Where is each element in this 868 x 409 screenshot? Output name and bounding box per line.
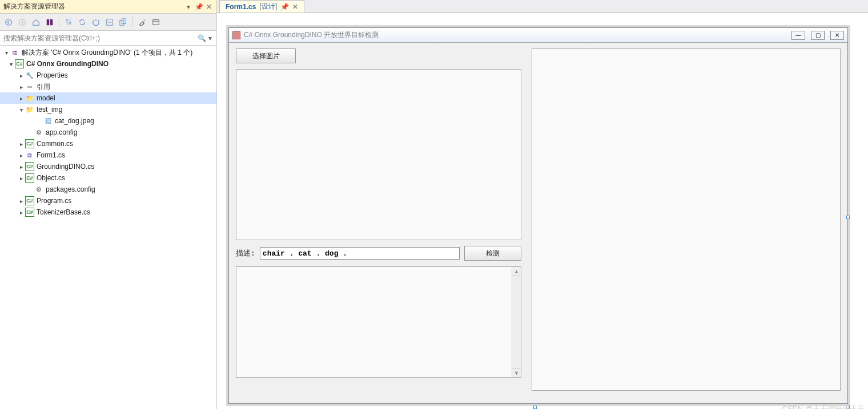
refresh-icon[interactable] xyxy=(90,16,102,29)
tree-project[interactable]: C# C# Onnx GroundingDINO xyxy=(0,58,216,70)
tree-references[interactable]: ▫▫ 引用 xyxy=(0,81,216,92)
select-image-label: 选择图片 xyxy=(252,51,280,61)
tree-file-packages[interactable]: ⚙ packages.config xyxy=(0,184,216,195)
solution-tree: ⧉ 解决方案 'C# Onnx GroundingDINO' (1 个项目，共 … xyxy=(0,46,216,409)
search-icon[interactable]: 🔍 xyxy=(196,34,207,42)
forward-icon[interactable] xyxy=(16,16,29,29)
back-icon[interactable] xyxy=(2,16,15,29)
switch-view-icon[interactable] xyxy=(43,16,56,29)
tree-file-grounding-label: GroundingDINO.cs xyxy=(37,163,94,171)
watermark-text: CSDN @天天代码码天天 xyxy=(782,404,865,409)
svg-point-4 xyxy=(66,19,69,21)
tree-file-form1[interactable]: ⧉ Form1.cs xyxy=(0,149,216,161)
tree-file-packages-label: packages.config xyxy=(46,185,95,193)
showall-icon[interactable] xyxy=(117,16,130,29)
tree-folder-testimg-label: test_img xyxy=(37,106,62,114)
tree-solution-label: 解决方案 'C# Onnx GroundingDINO' (1 个项目，共 1 … xyxy=(22,48,192,58)
tree-properties-label: Properties xyxy=(37,71,68,79)
tree-folder-model-label: model xyxy=(37,94,55,102)
filter-icon[interactable] xyxy=(62,16,75,29)
tab-label: Form1.cs xyxy=(226,3,256,11)
maximize-icon[interactable]: ▢ xyxy=(811,31,825,40)
properties-icon[interactable] xyxy=(136,16,148,29)
resize-handle-corner[interactable] xyxy=(846,406,850,409)
panel-dropdown-icon[interactable]: ▾ xyxy=(184,3,192,11)
tree-project-label: C# Onnx GroundingDINO xyxy=(26,60,108,68)
select-image-button[interactable]: 选择图片 xyxy=(236,48,296,63)
tree-file-program[interactable]: C# Program.cs xyxy=(0,195,216,206)
description-label: 描述: xyxy=(236,248,255,258)
svg-point-0 xyxy=(6,19,12,25)
svg-rect-3 xyxy=(50,19,53,25)
description-row: 描述: 检测 xyxy=(236,246,521,261)
tab-pin-icon[interactable]: 📌 xyxy=(280,3,289,11)
tab-suffix: [设计] xyxy=(259,2,277,11)
panel-titlebar: 解决方案资源管理器 ▾ 📌 ✕ xyxy=(0,0,216,14)
form-title-text: C# Onnx GroundingDINO 开放世界目标检测 xyxy=(244,30,786,40)
tree-file-form1-label: Form1.cs xyxy=(37,151,65,159)
tree-file-appconfig[interactable]: ⚙ app.config xyxy=(0,127,216,138)
tree-folder-testimg[interactable]: 📁 test_img xyxy=(0,104,216,115)
tree-file-appconfig-label: app.config xyxy=(46,128,77,136)
tree-file-tokenizer[interactable]: C# TokenizerBase.cs xyxy=(0,206,216,218)
main-area: Form1.cs [设计] 📌 ✕ C# Onnx GroundingDINO … xyxy=(217,0,868,409)
resize-handle-bottom[interactable] xyxy=(533,406,537,409)
tree-properties[interactable]: 🔧 Properties xyxy=(0,70,216,81)
scrollbar[interactable]: ▲ ▼ xyxy=(512,267,521,377)
form-window[interactable]: C# Onnx GroundingDINO 开放世界目标检测 — ▢ ✕ 选择图… xyxy=(228,27,848,404)
home-icon[interactable] xyxy=(30,16,42,29)
tree-file-program-label: Program.cs xyxy=(37,197,71,205)
tree-file-catdog-label: cat_dog.jpeg xyxy=(55,117,94,125)
picturebox-input[interactable] xyxy=(236,69,521,240)
search-bar: 🔍 ▾ xyxy=(0,31,216,46)
form-titlebar: C# Onnx GroundingDINO 开放世界目标检测 — ▢ ✕ xyxy=(229,28,847,43)
tree-file-common-label: Common.cs xyxy=(37,140,73,148)
solution-explorer-panel: 解决方案资源管理器 ▾ 📌 ✕ 🔍 ▾ ⧉ 解决方案 'C# Onnx Grou… xyxy=(0,0,217,409)
picturebox-output[interactable] xyxy=(532,48,841,391)
preview-icon[interactable] xyxy=(150,16,162,29)
log-textbox[interactable]: ▲ ▼ xyxy=(236,266,521,378)
detect-label: 检测 xyxy=(486,249,500,258)
form-app-icon xyxy=(232,31,240,39)
document-tabs: Form1.cs [设计] 📌 ✕ xyxy=(217,0,868,13)
tree-file-grounding[interactable]: C# GroundingDINO.cs xyxy=(0,161,216,172)
detect-button[interactable]: 检测 xyxy=(464,246,521,261)
tab-form1[interactable]: Form1.cs [设计] 📌 ✕ xyxy=(219,0,304,13)
scroll-up-icon[interactable]: ▲ xyxy=(512,267,521,276)
resize-handle-right[interactable] xyxy=(846,216,850,219)
svg-point-1 xyxy=(19,19,26,25)
minimize-icon[interactable]: — xyxy=(791,31,805,40)
solution-toolbar xyxy=(0,14,216,31)
panel-title-text: 解决方案资源管理器 xyxy=(3,2,65,11)
tab-close-icon[interactable]: ✕ xyxy=(292,3,298,11)
tree-file-common[interactable]: C# Common.cs xyxy=(0,138,216,149)
scroll-down-icon[interactable]: ▼ xyxy=(512,368,521,377)
tree-file-tokenizer-label: TokenizerBase.cs xyxy=(37,208,90,216)
description-input[interactable] xyxy=(260,247,460,260)
close-window-icon[interactable]: ✕ xyxy=(830,31,844,40)
form-body: 选择图片 描述: 检测 ▲ ▼ xyxy=(229,43,847,403)
tree-references-label: 引用 xyxy=(37,82,50,92)
tree-solution[interactable]: ⧉ 解决方案 'C# Onnx GroundingDINO' (1 个项目，共 … xyxy=(0,47,216,58)
panel-pin-icon[interactable]: 📌 xyxy=(195,3,203,11)
svg-rect-9 xyxy=(153,19,159,25)
tree-file-catdog[interactable]: 🖼 cat_dog.jpeg xyxy=(0,115,216,127)
designer-surface[interactable]: C# Onnx GroundingDINO 开放世界目标检测 — ▢ ✕ 选择图… xyxy=(217,13,868,409)
form-right-column xyxy=(532,48,841,398)
sync-icon[interactable] xyxy=(76,16,89,29)
tree-file-object-label: Object.cs xyxy=(37,174,65,182)
form-left-column: 选择图片 描述: 检测 ▲ ▼ xyxy=(236,48,521,398)
svg-rect-2 xyxy=(47,19,49,25)
svg-point-5 xyxy=(69,22,71,25)
search-dropdown-icon[interactable]: ▾ xyxy=(207,34,213,42)
search-input[interactable] xyxy=(3,34,196,42)
collapse-icon[interactable] xyxy=(103,16,116,29)
panel-close-icon[interactable]: ✕ xyxy=(205,3,213,11)
tree-folder-model[interactable]: 📁 model xyxy=(0,92,216,104)
tree-file-object[interactable]: C# Object.cs xyxy=(0,172,216,184)
